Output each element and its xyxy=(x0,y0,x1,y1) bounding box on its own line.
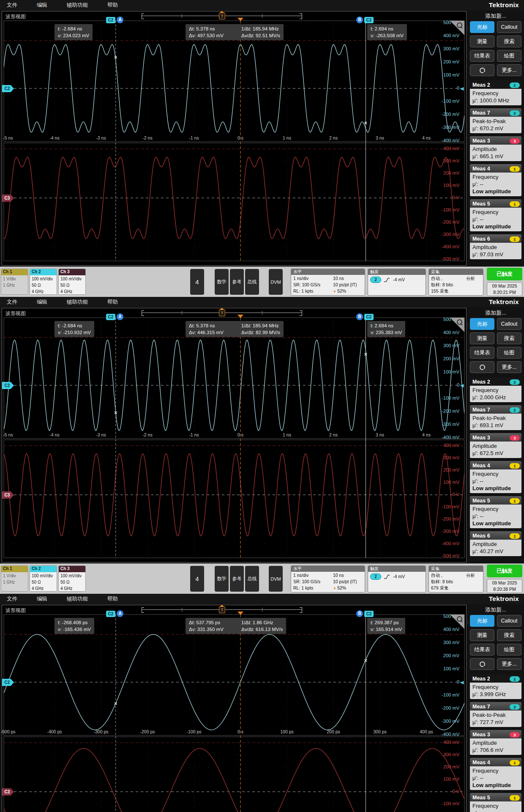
cursor-a-badge[interactable]: A xyxy=(117,610,123,617)
meas-card-header[interactable]: Meas 33 xyxy=(470,730,521,738)
sidebar-button-1[interactable]: Callout xyxy=(497,318,521,330)
sidebar-button-5[interactable]: 绘图 xyxy=(497,644,521,656)
meas-card[interactable]: Meas 33Amplitudeμ': 672.5 mV xyxy=(470,433,521,458)
meas-card[interactable]: Meas 41Frequencyμ': --Low amplitude xyxy=(470,164,521,196)
menu-item-2[interactable]: 辅助功能 xyxy=(67,595,88,603)
sidebar-button-1[interactable]: Callout xyxy=(497,21,521,33)
meas-card-header[interactable]: Meas 51 xyxy=(470,793,521,801)
meas-card-header[interactable]: Meas 51 xyxy=(470,199,521,208)
meas-list-handle[interactable]: ⋮ xyxy=(465,322,469,328)
aux-button-2[interactable]: 参考 xyxy=(230,269,244,295)
sidebar-button-3[interactable]: 搜索 xyxy=(497,36,521,47)
meas-card-header[interactable]: Meas 22 xyxy=(470,80,521,89)
menu-item-2[interactable]: 辅助功能 xyxy=(67,2,88,9)
sidebar-button-5[interactable]: 绘图 xyxy=(497,50,521,62)
aux-button-3[interactable]: 总线 xyxy=(245,269,259,295)
meas-card[interactable]: Meas 22Frequencyμ': 2.000 GHz xyxy=(470,377,521,402)
aux-button-4[interactable]: DVM xyxy=(269,269,283,295)
channel-card-2[interactable]: Ch 2100 mV/div50 Ω4 GHz xyxy=(30,565,57,592)
menu-item-0[interactable]: 文件 xyxy=(7,595,17,603)
meas-card[interactable]: Meas 72Peak-to-Peakμ': 727.7 mV xyxy=(470,702,521,727)
meas-card-header[interactable]: Meas 72 xyxy=(470,108,521,117)
waveform-view[interactable]: 波形视图T500 mV400 mV300 mV200 mV100 mV0-100… xyxy=(2,308,467,562)
meas-card[interactable]: Meas 33Amplitudeμ': 665.1 mV xyxy=(470,136,521,161)
cursor-b-badge[interactable]: B xyxy=(356,313,363,320)
trigger-settings-box[interactable]: 触发2-4 mV xyxy=(368,565,426,593)
graticule-area[interactable] xyxy=(2,605,466,812)
menu-item-1[interactable]: 编辑 xyxy=(37,299,47,306)
menu-item-3[interactable]: 帮助 xyxy=(107,2,118,9)
delta-readout[interactable]: Δt: 537.795 ps1/Δt: 1.86 GHzΔv: 331.350 … xyxy=(186,618,286,634)
menu-item-3[interactable]: 帮助 xyxy=(107,299,118,306)
sidebar-button-0[interactable]: 光标 xyxy=(470,615,494,627)
meas-card[interactable]: Meas 51Frequencyμ': --Low amplitude xyxy=(470,496,521,528)
menu-item-1[interactable]: 编辑 xyxy=(37,2,47,9)
sidebar-button-zoom-area-icon[interactable] xyxy=(470,361,494,373)
cursor-a-readout[interactable]: t: -268.408 psv: -165.436 mV xyxy=(55,618,94,634)
meas-card-header[interactable]: Meas 61 xyxy=(470,234,521,243)
aux-button-0[interactable]: 4 xyxy=(190,566,204,592)
channel-card-2[interactable]: Ch 2100 mV/div50 Ω4 GHz xyxy=(30,269,57,295)
delta-readout[interactable]: Δt: 5.378 ns1/Δt: 185.94 MHzΔv: 497.530 … xyxy=(186,24,284,40)
sidebar-button-2[interactable]: 测量 xyxy=(470,629,494,641)
meas-card-header[interactable]: Meas 33 xyxy=(470,136,521,145)
meas-card-header[interactable]: Meas 33 xyxy=(470,433,521,442)
channel-card-1[interactable]: Ch 11 V/div1 GHz xyxy=(1,269,28,295)
meas-card-header[interactable]: Meas 72 xyxy=(470,405,521,414)
meas-card[interactable]: Meas 51Frequencyμ': --Low amplitude xyxy=(470,793,521,812)
meas-card-header[interactable]: Meas 61 xyxy=(470,531,521,540)
cursor-a-badge[interactable]: A xyxy=(117,313,123,320)
meas-list-handle[interactable]: ⋮ xyxy=(465,25,469,31)
sidebar-button-3[interactable]: 搜索 xyxy=(497,332,521,344)
sidebar-button-0[interactable]: 光标 xyxy=(470,21,494,33)
acquisition-settings-box[interactable]: 采集自动 ,分析取样: 8 bits155 采集 xyxy=(428,269,483,296)
sidebar-button-4[interactable]: 结果表 xyxy=(470,347,494,359)
meas-card-header[interactable]: Meas 51 xyxy=(470,496,521,505)
sidebar-button-7[interactable]: 更多... xyxy=(497,64,521,76)
sidebar-button-3[interactable]: 搜索 xyxy=(497,629,521,641)
menu-item-0[interactable]: 文件 xyxy=(7,299,17,306)
cursor-a-badge[interactable]: A xyxy=(117,16,123,23)
meas-card[interactable]: Meas 61Amplitudeμ': 40.27 mV xyxy=(470,531,521,556)
cursor-b-badge[interactable]: B xyxy=(356,610,363,617)
meas-card-header[interactable]: Meas 22 xyxy=(470,674,521,683)
sidebar-button-zoom-area-icon[interactable] xyxy=(470,64,494,76)
meas-card[interactable]: Meas 22Frequencyμ': 3.999 GHz xyxy=(470,674,521,699)
meas-card-header[interactable]: Meas 22 xyxy=(470,377,521,386)
sidebar-button-4[interactable]: 结果表 xyxy=(470,50,494,62)
horizontal-settings-box[interactable]: 水平1 ns/div10 nsSR: 100 GS/s10 ps/pt (IT)… xyxy=(291,565,365,593)
sidebar-button-2[interactable]: 测量 xyxy=(470,332,494,344)
meas-card[interactable]: Meas 22Frequencyμ': 1000.0 MHz xyxy=(470,80,521,105)
sidebar-button-0[interactable]: 光标 xyxy=(470,318,494,330)
delta-readout[interactable]: Δt: 5.378 ns1/Δt: 185.94 MHzΔv: 446.315 … xyxy=(186,321,284,337)
channel-card-3[interactable]: Ch 3100 mV/div50 Ω4 GHz xyxy=(58,269,86,295)
sidebar-button-7[interactable]: 更多... xyxy=(497,658,521,670)
meas-card[interactable]: Meas 72Peak-to-Peakμ': 670.2 mV xyxy=(470,108,521,133)
meas-card[interactable]: Meas 33Amplitudeμ': 706.6 mV xyxy=(470,730,521,755)
waveform-view[interactable]: 波形视图T500 mV400 mV300 mV200 mV100 mV0-100… xyxy=(2,605,467,812)
meas-list-handle[interactable]: ⋮ xyxy=(465,619,469,625)
meas-card-header[interactable]: Meas 41 xyxy=(470,758,521,766)
trigger-settings-box[interactable]: 触发2-4 mV xyxy=(368,269,426,296)
sidebar-button-5[interactable]: 绘图 xyxy=(497,347,521,359)
menu-item-0[interactable]: 文件 xyxy=(7,2,17,9)
meas-card-header[interactable]: Meas 41 xyxy=(470,164,521,173)
channel-card-1[interactable]: Ch 11 V/div1 GHz xyxy=(1,565,28,592)
meas-card[interactable]: Meas 61Amplitudeμ': 97.03 mV xyxy=(470,234,521,259)
waveform-view[interactable]: 波形视图T500 mV400 mV300 mV200 mV100 mV0-100… xyxy=(2,11,467,266)
meas-card[interactable]: Meas 41Frequencyμ': --Low amplitude xyxy=(470,461,521,493)
sidebar-button-2[interactable]: 测量 xyxy=(470,36,494,47)
sidebar-button-1[interactable]: Callout xyxy=(497,615,521,627)
cursor-b-readout[interactable]: t: 2.694 nsv: 235.383 mV xyxy=(367,321,405,337)
meas-card-header[interactable]: Meas 41 xyxy=(470,461,521,469)
menu-item-2[interactable]: 辅助功能 xyxy=(67,299,88,306)
channel-card-3[interactable]: Ch 3100 mV/div50 Ω4 GHz xyxy=(58,565,86,592)
sidebar-button-7[interactable]: 更多... xyxy=(497,361,521,373)
sidebar-button-4[interactable]: 结果表 xyxy=(470,644,494,656)
cursor-a-readout[interactable]: t: -2.684 nsv: -210.932 mV xyxy=(55,321,94,337)
meas-card-header[interactable]: Meas 72 xyxy=(470,702,521,710)
aux-button-2[interactable]: 参考 xyxy=(230,566,244,592)
sidebar-button-zoom-area-icon[interactable] xyxy=(470,658,494,670)
menu-item-3[interactable]: 帮助 xyxy=(107,595,118,603)
aux-button-0[interactable]: 4 xyxy=(190,269,204,295)
